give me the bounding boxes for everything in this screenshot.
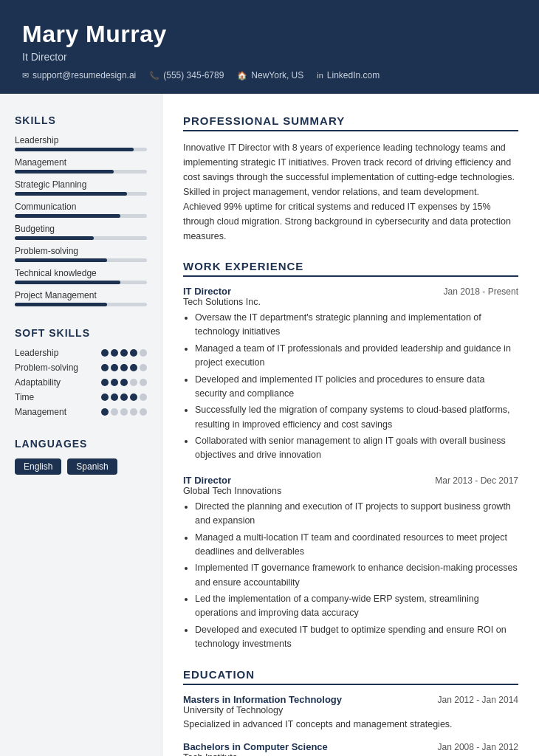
skill-item: Technical knowledge	[15, 268, 147, 284]
skill-bar-bg	[15, 214, 147, 218]
dot	[101, 394, 109, 401]
candidate-name: Mary Murray	[22, 21, 517, 48]
skill-bar-bg	[15, 281, 147, 284]
dot	[111, 379, 118, 386]
dot	[130, 394, 137, 401]
dot	[140, 364, 147, 371]
soft-skill-name: Leadership	[15, 348, 58, 358]
dot	[101, 349, 109, 357]
soft-skill-name: Time	[15, 392, 34, 402]
skill-name: Budgeting	[15, 224, 147, 234]
job-bullet: Developed and implemented IT policies an…	[195, 373, 518, 402]
skill-dots	[101, 394, 147, 401]
job-header: IT Director Jan 2018 - Present	[183, 286, 518, 297]
skill-dots	[101, 349, 147, 357]
skill-dots	[101, 379, 147, 386]
dot	[130, 349, 137, 357]
skill-name: Problem-solving	[15, 246, 147, 256]
contact-text: NewYork, US	[251, 70, 303, 80]
contact-text: support@resumedesign.ai	[32, 70, 136, 80]
skill-bar-fill	[15, 236, 94, 240]
contact-item: 📞(555) 345-6789	[149, 70, 224, 80]
soft-skill-name: Adaptability	[15, 377, 61, 388]
skill-bar-fill	[15, 303, 107, 306]
edu-block: Bachelors in Computer Science Jan 2008 -…	[183, 741, 518, 756]
edu-block: Masters in Information Technology Jan 20…	[183, 694, 518, 732]
dot	[101, 408, 109, 416]
skill-item: Communication	[15, 202, 147, 218]
skill-name: Communication	[15, 202, 147, 212]
skill-bar-bg	[15, 236, 147, 240]
dot	[140, 379, 147, 386]
work-section: WORK EXPERIENCE IT Director Jan 2018 - P…	[183, 260, 518, 652]
contact-text: LinkedIn.com	[327, 70, 380, 80]
header: Mary Murray It Director ✉support@resumed…	[0, 0, 539, 94]
edu-date: Jan 2012 - Jan 2014	[438, 695, 518, 705]
soft-skills-list: LeadershipProblem-solvingAdaptabilityTim…	[15, 348, 147, 417]
contact-row: ✉support@resumedesign.ai📞(555) 345-6789🏠…	[22, 70, 517, 80]
job-bullet: Managed a multi-location IT team and coo…	[195, 531, 518, 560]
summary-title: PROFESSIONAL SUMMARY	[183, 114, 518, 131]
job-company: Global Tech Innovations	[183, 486, 518, 496]
soft-skill-name: Problem-solving	[15, 362, 78, 373]
body: SKILLS Leadership Management Strategic P…	[0, 94, 539, 756]
soft-skill-item: Time	[15, 392, 147, 402]
job-bullet: Collaborated with senior management to a…	[195, 434, 518, 463]
candidate-title: It Director	[22, 51, 517, 63]
skill-item: Leadership	[15, 135, 147, 151]
skill-name: Strategic Planning	[15, 179, 147, 190]
skill-bar-fill	[15, 281, 120, 284]
main-content: PROFESSIONAL SUMMARY Innovative IT Direc…	[162, 94, 539, 756]
skill-bar-fill	[15, 170, 114, 173]
job-bullet: Oversaw the IT department's strategic pl…	[195, 311, 518, 340]
skill-item: Project Management	[15, 290, 147, 306]
skill-item: Problem-solving	[15, 246, 147, 262]
job-company: Tech Solutions Inc.	[183, 297, 518, 307]
skill-bar-bg	[15, 170, 147, 173]
contact-icon: ✉	[22, 71, 29, 80]
skill-item: Management	[15, 157, 147, 173]
job-date: Mar 2013 - Dec 2017	[435, 475, 518, 486]
job-bullet: Directed the planning and execution of I…	[195, 500, 518, 529]
skills-list: Leadership Management Strategic Planning…	[15, 135, 147, 306]
dot	[111, 349, 118, 357]
education-section: EDUCATION Masters in Information Technol…	[183, 668, 518, 757]
dot	[120, 408, 128, 416]
job-bullet: Led the implementation of a company-wide…	[195, 592, 518, 621]
edu-date: Jan 2008 - Jan 2012	[438, 742, 518, 752]
jobs-list: IT Director Jan 2018 - Present Tech Solu…	[183, 286, 518, 652]
soft-skill-item: Adaptability	[15, 377, 147, 388]
job-date: Jan 2018 - Present	[444, 286, 518, 297]
dot	[101, 379, 109, 386]
language-badges: EnglishSpanish	[15, 458, 147, 475]
summary-section: PROFESSIONAL SUMMARY Innovative IT Direc…	[183, 114, 518, 244]
skill-bar-fill	[15, 148, 134, 151]
job-title: IT Director	[183, 475, 231, 486]
job-bullet: Successfully led the migration of compan…	[195, 403, 518, 432]
edu-header: Bachelors in Computer Science Jan 2008 -…	[183, 741, 518, 752]
contact-item: inLinkedIn.com	[317, 70, 380, 80]
job-bullet: Implemented IT governance framework to e…	[195, 561, 518, 590]
edu-school: University of Technology	[183, 705, 518, 715]
contact-item: 🏠NewYork, US	[237, 70, 303, 80]
soft-skill-name: Management	[15, 407, 66, 417]
soft-skill-item: Leadership	[15, 348, 147, 358]
skill-dots	[101, 364, 147, 371]
sidebar: SKILLS Leadership Management Strategic P…	[0, 94, 162, 756]
edu-desc: Specialized in advanced IT concepts and …	[183, 718, 518, 732]
skill-name: Leadership	[15, 135, 147, 145]
dot	[120, 364, 128, 371]
skill-name: Management	[15, 157, 147, 168]
edu-degree: Masters in Information Technology	[183, 694, 342, 705]
dot	[111, 394, 118, 401]
dot	[120, 349, 128, 357]
work-title: WORK EXPERIENCE	[183, 260, 518, 277]
education-list: Masters in Information Technology Jan 20…	[183, 694, 518, 757]
skill-item: Budgeting	[15, 224, 147, 240]
skill-name: Technical knowledge	[15, 268, 147, 278]
contact-item: ✉support@resumedesign.ai	[22, 70, 136, 80]
education-title: EDUCATION	[183, 668, 518, 685]
job-bullets: Oversaw the IT department's strategic pl…	[183, 311, 518, 463]
dot	[140, 394, 147, 401]
soft-skill-item: Management	[15, 407, 147, 417]
